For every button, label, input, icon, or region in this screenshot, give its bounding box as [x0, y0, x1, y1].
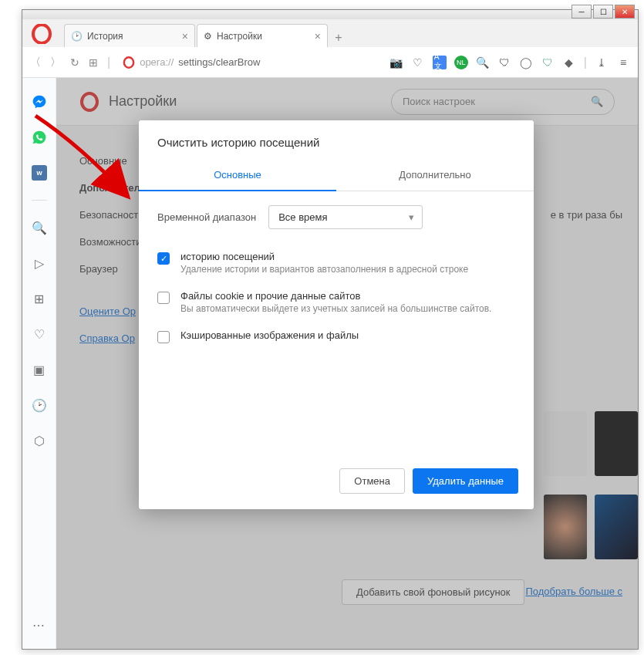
dialog-footer: Отмена Удалить данные	[139, 457, 534, 509]
more-sidebar-icon[interactable]: ⋯	[31, 616, 48, 633]
shield-icon[interactable]: 🛡	[497, 56, 511, 69]
clock-icon: 🕑	[71, 31, 83, 42]
option-title: Файлы cookie и прочие данные сайтов	[180, 290, 491, 302]
option-history[interactable]: ✓ историю посещений Удаление истории и в…	[157, 243, 515, 282]
messenger-icon[interactable]	[31, 93, 48, 110]
search-ext-icon[interactable]: 🔍	[476, 56, 490, 69]
clear-data-button[interactable]: Удалить данные	[413, 468, 518, 494]
reload-button[interactable]: ↻	[70, 56, 79, 69]
option-cookies[interactable]: Файлы cookie и прочие данные сайтов Вы а…	[157, 282, 515, 322]
dialog-title: Очистить историю посещений	[139, 120, 534, 160]
svg-point-0	[33, 25, 50, 43]
option-cache[interactable]: Кэшированные изображения и файлы	[157, 322, 515, 351]
close-window-button[interactable]: ✕	[615, 5, 635, 19]
tab-label: Настройки	[217, 31, 262, 42]
download-icon[interactable]: ⤓	[595, 56, 609, 69]
address-bar: 〈 〉 ↻ ⊞ | opera://settings/clearBrow 📷 ♡…	[22, 47, 638, 78]
time-range-row: Временной диапазон Все время	[139, 191, 534, 243]
dialog-tab-advanced[interactable]: Дополнительно	[336, 160, 534, 191]
time-range-value: Все время	[278, 211, 327, 223]
close-tab-icon[interactable]: ×	[182, 30, 188, 42]
search-sidebar-icon[interactable]: 🔍	[31, 219, 48, 236]
easy-setup-icon[interactable]: ≡	[616, 56, 630, 69]
option-title: Кэшированные изображения и файлы	[180, 329, 359, 341]
vk-icon[interactable]: w	[31, 164, 48, 181]
svg-text:w: w	[35, 169, 42, 177]
opera-menu-button[interactable]	[32, 24, 52, 44]
news-icon[interactable]: ▣	[31, 361, 48, 378]
checkbox-unchecked[interactable]	[157, 331, 170, 343]
tab-bar: 🕑 История × ⚙ Настройки × +	[22, 19, 638, 47]
url-path: settings/clearBrow	[178, 56, 260, 68]
time-range-label: Временной диапазон	[157, 211, 256, 223]
whatsapp-icon[interactable]	[31, 129, 48, 146]
nl-extension-icon[interactable]: NL	[454, 56, 468, 69]
tab-history[interactable]: 🕑 История ×	[64, 24, 195, 47]
circle-ext-icon[interactable]: ◯	[519, 56, 533, 69]
heart-icon[interactable]: ♡	[411, 56, 425, 69]
clear-history-dialog: Очистить историю посещений Основные Допо…	[139, 120, 534, 509]
opera-icon	[123, 56, 135, 69]
send-icon[interactable]: ▷	[31, 255, 48, 272]
camera-icon[interactable]: 📷	[389, 56, 403, 69]
option-desc: Вы автоматически выйдете из учетных запи…	[180, 303, 491, 314]
url-scheme: opera://	[140, 56, 174, 68]
tab-settings[interactable]: ⚙ Настройки ×	[197, 24, 328, 47]
checkbox-checked[interactable]: ✓	[157, 252, 170, 265]
dialog-tab-basic[interactable]: Основные	[139, 160, 336, 191]
workspaces-icon[interactable]: ⊞	[31, 290, 48, 307]
adblock-icon[interactable]: 🛡	[541, 56, 555, 69]
close-tab-icon[interactable]: ×	[315, 30, 321, 42]
option-desc: Удаление истории и вариантов автозаполне…	[180, 264, 468, 275]
colored-ext-icon[interactable]: ◆	[562, 56, 576, 69]
option-title: историю посещений	[180, 251, 468, 262]
url-field[interactable]: opera://settings/clearBrow	[123, 56, 260, 69]
history-sidebar-icon[interactable]: 🕑	[31, 397, 48, 414]
dialog-tabs: Основные Дополнительно	[139, 160, 534, 191]
minimize-button[interactable]: ─	[572, 5, 592, 19]
heart-sidebar-icon[interactable]: ♡	[31, 326, 48, 343]
toolbar-icons: 📷 ♡ A文 NL 🔍 🛡 ◯ 🛡 ◆ | ⤓ ≡	[389, 56, 630, 69]
svg-point-1	[124, 57, 133, 68]
new-tab-button[interactable]: +	[329, 29, 348, 47]
sidebar-divider	[32, 200, 47, 201]
back-button[interactable]: 〈	[30, 56, 41, 69]
cancel-button[interactable]: Отмена	[339, 468, 405, 494]
clear-options: ✓ историю посещений Удаление истории и в…	[139, 243, 534, 357]
time-range-select[interactable]: Все время	[268, 205, 423, 229]
forward-button[interactable]: 〉	[50, 56, 61, 69]
speed-dial-button[interactable]: ⊞	[89, 56, 98, 69]
gear-icon: ⚙	[204, 31, 212, 42]
translate-icon[interactable]: A文	[433, 56, 447, 69]
extensions-icon[interactable]: ⬡	[31, 432, 48, 449]
tab-label: История	[87, 31, 123, 42]
sidebar: w 🔍 ▷ ⊞ ♡ ▣ 🕑 ⬡ ⋯	[22, 78, 56, 649]
checkbox-unchecked[interactable]	[157, 292, 170, 304]
window-titlebar: ─ ☐ ✕	[22, 10, 638, 19]
maximize-button[interactable]: ☐	[593, 5, 613, 19]
